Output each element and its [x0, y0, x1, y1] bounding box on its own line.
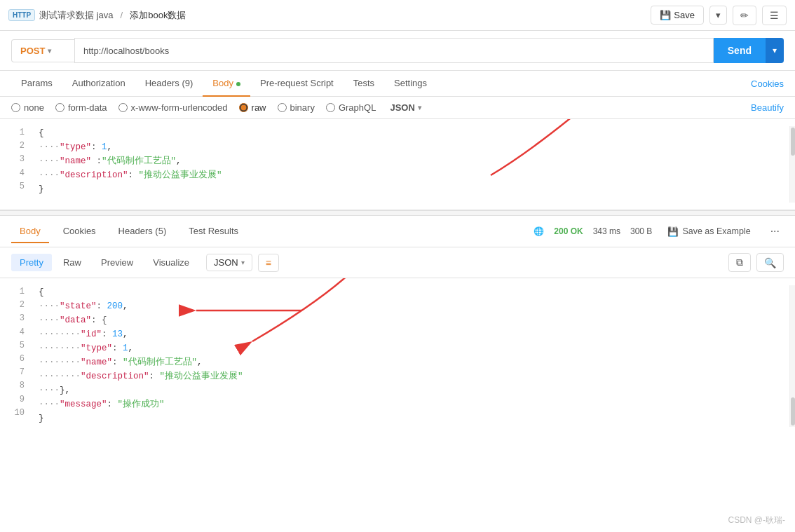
resp-tab-testresults[interactable]: Test Results [180, 220, 247, 243]
more-options-button[interactable]: ··· [766, 224, 784, 239]
tab-params[interactable]: Params [11, 71, 62, 97]
radio-form-data[interactable]: form-data [55, 102, 107, 113]
req-line-2: ····"type": 1, [39, 140, 782, 154]
edit-button[interactable]: ✏ [733, 6, 756, 25]
body-options: none form-data x-www-form-urlencoded raw… [0, 97, 795, 119]
response-header: Body Cookies Headers (5) Test Results 🌐 … [0, 216, 795, 247]
save-example-icon: 💾 [667, 226, 679, 237]
tab-body[interactable]: Body [203, 71, 250, 97]
request-line-numbers: 1 2 3 4 5 [0, 126, 32, 203]
method-select[interactable]: POST ▾ [11, 39, 74, 62]
radio-raw[interactable]: raw [239, 102, 266, 113]
fmt-tab-raw[interactable]: Raw [55, 254, 90, 271]
radio-graphql[interactable]: GraphQL [326, 102, 376, 113]
resp-line-2: ····"state": 200, [39, 299, 782, 313]
response-scrollbar[interactable] [789, 285, 795, 427]
req-line-1: { [39, 126, 782, 140]
req-line-4: ····"description": "推动公益事业发展" [39, 168, 782, 182]
save-label: Save [674, 10, 695, 20]
json-label: JSON [390, 102, 414, 113]
search-response-button[interactable]: 🔍 [756, 253, 784, 272]
save-example-label: Save as Example [682, 226, 750, 236]
json-chevron-icon: ▾ [418, 104, 421, 111]
resp-line-3: ····"data": { [39, 313, 782, 327]
breadcrumb: HTTP 测试请求数据 java / 添加book数据 [8, 9, 651, 22]
resp-line-6: ········"name": "代码制作工艺品", [39, 355, 782, 369]
tab-settings[interactable]: Settings [384, 71, 437, 97]
resp-line-7: ········"description": "推动公益事业发展" [39, 369, 782, 383]
response-format-bar: Pretty Raw Preview Visualize JSON ▾ ≡ ⧉ … [0, 247, 795, 278]
copy-icon: ⧉ [736, 257, 743, 268]
tab-authorization[interactable]: Authorization [62, 71, 135, 97]
body-dot [236, 82, 240, 86]
status-size: 300 B [630, 226, 652, 236]
url-input[interactable] [74, 38, 714, 63]
comment-button[interactable]: ☰ [762, 6, 787, 25]
tab-prerequest[interactable]: Pre-request Script [250, 71, 344, 97]
send-dropdown-button[interactable]: ▾ [766, 38, 784, 63]
fmt-tab-preview[interactable]: Preview [93, 254, 142, 271]
resp-tab-cookies[interactable]: Cookies [55, 220, 104, 243]
save-button[interactable]: 💾 Save [651, 6, 704, 25]
copy-response-button[interactable]: ⧉ [728, 253, 751, 272]
req-line-5: } [39, 182, 782, 196]
request-code-content: { ····"type": 1, ····"name" :"代码制作工艺品", … [32, 126, 789, 203]
section-divider [0, 210, 795, 216]
top-bar-actions: 💾 Save ▾ ✏ ☰ [651, 6, 787, 25]
cookies-link[interactable]: Cookies [751, 79, 784, 89]
send-button-group: Send ▾ [714, 38, 784, 63]
resp-line-4: ········"id": 13, [39, 327, 782, 341]
req-line-3: ····"name" :"代码制作工艺品", [39, 154, 782, 168]
send-main-button[interactable]: Send [714, 38, 766, 63]
resp-line-8: ····}, [39, 383, 782, 397]
tab-tests[interactable]: Tests [344, 71, 384, 97]
radio-none[interactable]: none [11, 102, 44, 113]
tab-headers[interactable]: Headers (9) [135, 71, 203, 97]
response-line-numbers: 1 2 3 4 5 6 7 8 9 10 [0, 285, 32, 427]
response-status-bar: 🌐 200 OK 343 ms 300 B 💾 Save as Example … [534, 224, 784, 240]
response-code-content: { ····"state": 200, ····"data": { ······… [32, 285, 789, 427]
format-chevron-icon: ▾ [241, 259, 245, 266]
top-bar: HTTP 测试请求数据 java / 添加book数据 💾 Save ▾ ✏ ☰ [0, 0, 795, 31]
save-icon: 💾 [660, 10, 671, 20]
url-bar: POST ▾ Send ▾ [0, 31, 795, 71]
method-label: POST [20, 46, 45, 56]
status-time: 343 ms [593, 226, 620, 236]
fmt-tab-visualize[interactable]: Visualize [144, 254, 198, 271]
watermark: CSDN @-耿瑞- [728, 514, 785, 526]
json-format-select[interactable]: JSON ▾ [390, 102, 421, 113]
response-format-select[interactable]: JSON ▾ [206, 254, 252, 271]
resp-tab-body[interactable]: Body [11, 220, 49, 243]
fmt-tab-pretty[interactable]: Pretty [11, 254, 52, 271]
breadcrumb-separator: / [121, 10, 123, 20]
save-dropdown-button[interactable]: ▾ [709, 6, 727, 25]
radio-binary[interactable]: binary [278, 102, 315, 113]
filter-icon: ≡ [266, 257, 271, 268]
http-badge: HTTP [8, 9, 35, 21]
resp-line-10: } [39, 411, 782, 425]
resp-line-1: { [39, 285, 782, 299]
request-scrollbar[interactable] [789, 126, 795, 203]
format-label: JSON [214, 257, 238, 268]
filter-button[interactable]: ≡ [258, 254, 279, 272]
globe-icon: 🌐 [534, 226, 544, 236]
request-tabs: Params Authorization Headers (9) Body Pr… [0, 71, 795, 97]
resp-line-9: ····"message": "操作成功" [39, 397, 782, 411]
comment-icon: ☰ [770, 10, 779, 21]
status-code: 200 OK [554, 226, 583, 236]
request-body-editor[interactable]: 1 2 3 4 5 { ····"type": 1, ····"name" :"… [0, 119, 795, 210]
method-chevron-icon: ▾ [48, 47, 51, 55]
resp-line-5: ········"type": 1, [39, 341, 782, 355]
response-format-actions: ⧉ 🔍 [728, 253, 784, 272]
response-code-area: 1 2 3 4 5 6 7 8 9 10 { ····"state": 200,… [0, 278, 795, 434]
save-example-button[interactable]: 💾 Save as Example [662, 224, 756, 240]
breadcrumb-current: 添加book数据 [130, 9, 186, 22]
radio-urlencoded[interactable]: x-www-form-urlencoded [118, 102, 228, 113]
edit-icon: ✏ [740, 10, 749, 21]
breadcrumb-link[interactable]: 测试请求数据 java [39, 9, 113, 22]
beautify-button[interactable]: Beautify [751, 102, 784, 113]
resp-tab-headers[interactable]: Headers (5) [110, 220, 175, 243]
search-icon: 🔍 [764, 257, 776, 268]
